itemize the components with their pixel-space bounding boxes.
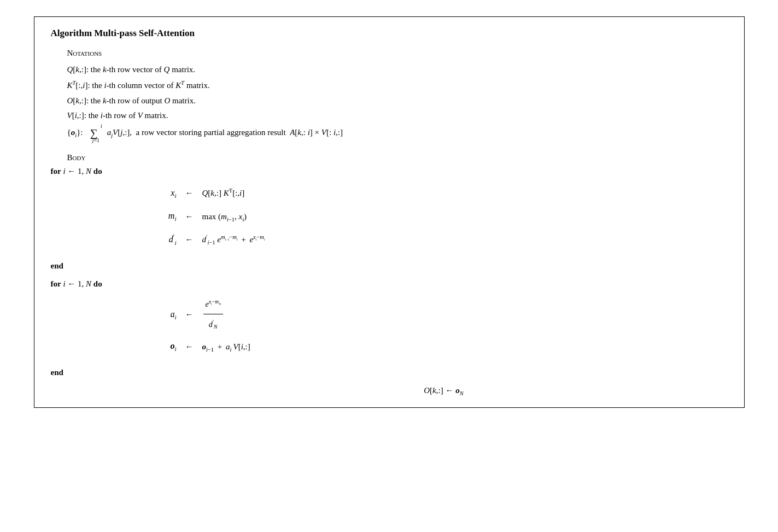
- eq-mi: mi ← max (mi−1, xi): [160, 206, 728, 226]
- body-section: Body for i ← 1, N do xi ← Q[k,:] KT[:,i]…: [51, 153, 728, 396]
- equations-block-2: ai ← exi−mN d′N (11) oi ← oi−1 + ai V[i,…: [160, 295, 728, 357]
- notation-kt: KT[:,i]: the i-th column vector of KT ma…: [67, 78, 728, 93]
- notation-oi: {oi}: ∑ij=1 ajV[j,:], a row vector stori…: [67, 124, 728, 143]
- body-label: Body: [67, 153, 728, 162]
- eq-xi: xi ← Q[k,:] KT[:,i]: [160, 183, 728, 203]
- notation-v: V[i,:]: the i-th row of V matrix.: [67, 108, 728, 124]
- eq-di: d′i ← d′i−1 emi−1−mi + exi−mi: [160, 229, 728, 250]
- notation-q: Q[k,:]: the k-th row vector of Q matrix.: [67, 62, 728, 78]
- for-loop-1: for i ← 1, N do: [51, 167, 728, 176]
- notations-label: Notations: [67, 49, 728, 58]
- algorithm-box: Algorithm Multi-pass Self-Attention Nota…: [34, 16, 745, 408]
- end-2: end: [51, 368, 728, 377]
- eq-ai: ai ← exi−mN d′N (11): [160, 295, 728, 334]
- eq-oi: oi ← oi−1 + ai V[i,:] (12): [160, 336, 728, 356]
- final-equation: O[k,:] ← oN: [160, 386, 728, 396]
- notation-o: O[k,:]: the k-th row of output O matrix.: [67, 93, 728, 109]
- for-loop-2: for i ← 1, N do: [51, 279, 728, 289]
- notation-list: Q[k,:]: the k-th row vector of Q matrix.…: [67, 62, 728, 143]
- equations-block-1: xi ← Q[k,:] KT[:,i] mi ← max (mi−1, xi) …: [160, 183, 728, 250]
- algorithm-title: Algorithm Multi-pass Self-Attention: [51, 28, 728, 39]
- end-1: end: [51, 261, 728, 271]
